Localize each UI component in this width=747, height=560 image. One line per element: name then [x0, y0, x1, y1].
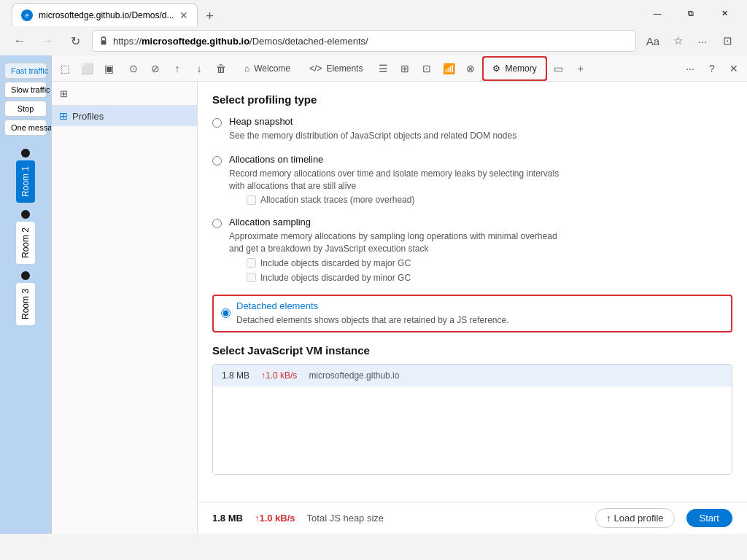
- vm-instance-item[interactable]: 1.8 MB ↑1.0 kB/s microsoftedge.github.io: [213, 365, 732, 386]
- tab-title: microsoftedge.github.io/Demos/d...: [39, 10, 174, 20]
- devtools-split: ⊞ ⊞ Profiles Select profiling type Heap …: [52, 82, 747, 534]
- allocation-sampling-label[interactable]: Allocation sampling: [229, 217, 565, 228]
- close-button[interactable]: ✕: [708, 0, 741, 26]
- room-3-dot: [21, 271, 30, 280]
- heap-snapshot-radio[interactable]: [212, 118, 222, 128]
- profiling-section-title: Select profiling type: [212, 93, 732, 106]
- clear-icon[interactable]: ⊘: [145, 58, 166, 79]
- tab-favicon: e: [21, 9, 33, 21]
- allocation-sampling-option: Allocation sampling Approximate memory a…: [212, 217, 732, 283]
- vm-rate: ↑1.0 kB/s: [261, 370, 297, 381]
- address-input[interactable]: https://microsoftedge.github.io/Demos/de…: [92, 30, 636, 52]
- devtools-help-icon[interactable]: ?: [702, 58, 722, 79]
- profiles-item[interactable]: ⊞ Profiles: [52, 106, 197, 126]
- tab-elements[interactable]: </> Elements: [301, 56, 371, 81]
- tab-close-icon[interactable]: ✕: [179, 9, 188, 21]
- favorites-icon[interactable]: ☆: [667, 30, 689, 52]
- room-1-dot: [21, 149, 30, 158]
- profiles-tree-icon[interactable]: ⊞: [55, 85, 72, 102]
- detached-elements-label[interactable]: Detached elements: [236, 300, 509, 311]
- devtools-tabs: ⬚ ⬜ ▣ ⊙ ⊘ ↑ ↓ 🗑 ⌂ Welcome </> Elements ☰…: [52, 55, 747, 82]
- allocation-sampling-content: Allocation sampling Approximate memory a…: [229, 217, 565, 283]
- tab-memory[interactable]: ⚙ Memory: [482, 56, 546, 81]
- detached-elements-content: Detached elements Detached elements show…: [236, 300, 509, 327]
- slow-traffic-button[interactable]: Slow traffic: [4, 82, 47, 98]
- stop-button[interactable]: Stop: [4, 101, 47, 117]
- address-url: https://microsoftedge.github.io/Demos/de…: [113, 36, 368, 47]
- room-1-label: Room 1: [16, 160, 35, 203]
- room-3-item[interactable]: Room 3: [16, 271, 35, 325]
- alloc-stack-checkbox[interactable]: [247, 195, 256, 205]
- welcome-label: Welcome: [254, 63, 290, 74]
- major-gc-checkbox[interactable]: [247, 258, 256, 268]
- inspect-element-icon[interactable]: ⬚: [55, 58, 75, 79]
- allocations-timeline-radio[interactable]: [212, 156, 222, 166]
- minimize-button[interactable]: —: [640, 0, 674, 26]
- address-bar: ← → ↻ https://microsoftedge.github.io/De…: [0, 26, 747, 55]
- sampling-suboptions: Include objects discarded by major GC In…: [247, 258, 565, 283]
- room-3-label: Room 3: [16, 283, 35, 325]
- tab-add-icon[interactable]: +: [570, 58, 591, 79]
- minor-gc-checkbox[interactable]: [247, 273, 256, 282]
- forward-button[interactable]: →: [36, 30, 58, 52]
- allocation-sampling-desc: Approximate memory allocations by sampli…: [229, 230, 565, 255]
- back-button[interactable]: ←: [9, 30, 31, 52]
- vm-instance-list: 1.8 MB ↑1.0 kB/s microsoftedge.github.io: [212, 364, 732, 475]
- main-area: Fast traffic Slow traffic Stop One messa…: [0, 55, 747, 534]
- scroll-down-icon[interactable]: ↓: [189, 58, 209, 79]
- drawer-icon[interactable]: ▣: [98, 58, 119, 79]
- allocations-timeline-label[interactable]: Allocations on timeline: [229, 154, 565, 165]
- tab-wifi-icon[interactable]: 📶: [438, 58, 459, 79]
- devtools-more-icon[interactable]: ···: [680, 58, 700, 79]
- sidebar-icon[interactable]: ⊡: [716, 30, 738, 52]
- profiles-icon: ⊞: [59, 110, 68, 122]
- footer-heap-size: 1.8 MB: [212, 513, 243, 524]
- allocations-timeline-content: Allocations on timeline Record memory al…: [229, 154, 565, 206]
- room-1-item[interactable]: Room 1: [16, 149, 35, 203]
- toolbar-icons: Aa ☆ ··· ⊡: [642, 30, 738, 52]
- record-icon[interactable]: ⊙: [123, 58, 144, 79]
- tab-bar: e microsoftedge.github.io/Demos/d... ✕ +: [6, 0, 638, 26]
- allocations-timeline-option: Allocations on timeline Record memory al…: [212, 154, 732, 206]
- browser-tab[interactable]: e microsoftedge.github.io/Demos/d... ✕: [12, 3, 198, 26]
- vm-empty-space: [213, 386, 732, 474]
- detached-elements-option[interactable]: Detached elements Detached elements show…: [212, 295, 732, 332]
- memory-footer: 1.8 MB ↑1.0 kB/s Total JS heap size ↑ Lo…: [198, 502, 747, 534]
- fast-traffic-button[interactable]: Fast traffic: [4, 63, 47, 79]
- heap-snapshot-option: Heap snapshot See the memory distributio…: [212, 116, 732, 142]
- memory-label: Memory: [505, 63, 536, 74]
- delete-icon[interactable]: 🗑: [211, 58, 231, 79]
- svg-rect-0: [101, 40, 107, 44]
- restore-button[interactable]: ⧉: [674, 0, 708, 26]
- tab-network-icon[interactable]: ⊞: [395, 58, 415, 79]
- js-vm-section: Select JavaScript VM instance 1.8 MB ↑1.…: [212, 344, 732, 475]
- one-message-button[interactable]: One message: [4, 120, 47, 136]
- tab-console-icon[interactable]: ☰: [373, 58, 393, 79]
- major-gc-label: Include objects discarded by major GC: [260, 258, 411, 268]
- tab-perf-icon[interactable]: ⊗: [460, 58, 481, 79]
- room-2-item[interactable]: Room 2: [16, 210, 35, 264]
- devtools-icon-group: ⬚ ⬜ ▣: [55, 58, 119, 79]
- room-2-label: Room 2: [16, 222, 35, 264]
- reading-view-icon[interactable]: Aa: [642, 30, 664, 52]
- alloc-stack-option: Allocation stack traces (more overhead): [247, 195, 565, 205]
- profiles-sidebar: ⊞ ⊞ Profiles: [52, 82, 198, 534]
- start-button[interactable]: Start: [686, 509, 732, 527]
- footer-heap-rate: ↑1.0 kB/s: [255, 513, 295, 524]
- devtools-close-icon[interactable]: ✕: [724, 58, 744, 79]
- load-profile-button[interactable]: ↑ Load profile: [595, 508, 674, 528]
- heap-snapshot-label[interactable]: Heap snapshot: [229, 116, 516, 127]
- more-tools-icon[interactable]: ···: [692, 30, 713, 52]
- scroll-up-icon[interactable]: ↑: [167, 58, 187, 79]
- allocations-timeline-desc: Record memory allocations over time and …: [229, 168, 565, 192]
- alloc-stack-label: Allocation stack traces (more overhead): [260, 195, 414, 205]
- new-tab-button[interactable]: +: [198, 6, 221, 26]
- tab-appicon[interactable]: ▭: [549, 58, 569, 79]
- tab-sources-icon[interactable]: ⊡: [417, 58, 437, 79]
- refresh-button[interactable]: ↻: [64, 30, 86, 52]
- allocation-sampling-radio[interactable]: [212, 219, 222, 228]
- browser-chrome: e microsoftedge.github.io/Demos/d... ✕ +…: [0, 0, 747, 55]
- device-toolbar-icon[interactable]: ⬜: [77, 58, 97, 79]
- tab-welcome[interactable]: ⌂ Welcome: [236, 56, 299, 81]
- detached-elements-radio[interactable]: [221, 308, 231, 318]
